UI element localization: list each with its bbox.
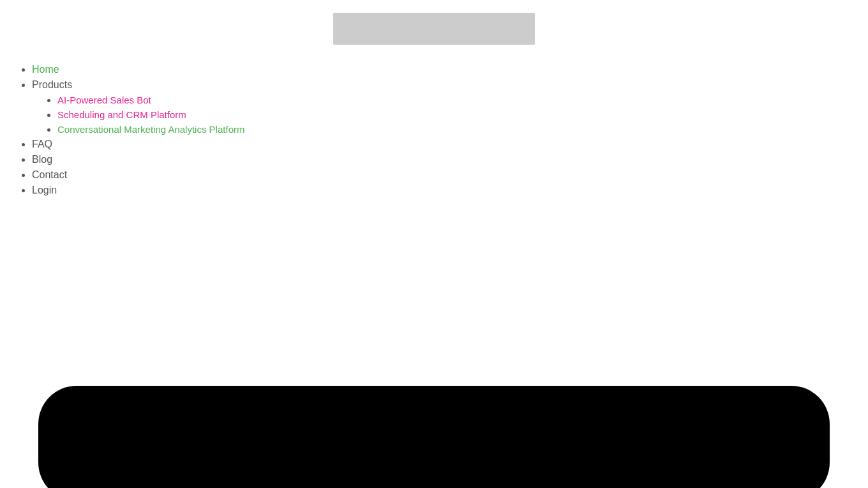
submenu-link-ai-bot[interactable]: AI-Powered Sales Bot <box>57 95 151 105</box>
nav-item-contact: Contact <box>32 169 868 181</box>
nav-link-contact[interactable]: Contact <box>32 169 67 180</box>
nav-item-home: Home <box>32 64 868 75</box>
nav-link-products[interactable]: Products <box>32 79 72 90</box>
submenu-item-conversational: Conversational Marketing Analytics Platf… <box>57 124 868 135</box>
nav-item-login: Login <box>32 185 868 196</box>
header <box>0 0 868 51</box>
logo[interactable] <box>333 13 535 45</box>
submenu-item-scheduling: Scheduling and CRM Platform <box>57 109 868 120</box>
submenu-link-scheduling[interactable]: Scheduling and CRM Platform <box>57 109 186 120</box>
submenu-item-ai-bot: AI-Powered Sales Bot <box>57 95 868 105</box>
nav-item-faq: FAQ <box>32 139 868 150</box>
nav-list: Home Products AI-Powered Sales Bot Sched… <box>19 64 868 196</box>
nav-link-faq[interactable]: FAQ <box>32 139 52 149</box>
main-navigation: Home Products AI-Powered Sales Bot Sched… <box>0 51 868 206</box>
products-submenu: AI-Powered Sales Bot Scheduling and CRM … <box>32 95 868 135</box>
submenu-link-conversational[interactable]: Conversational Marketing Analytics Platf… <box>57 124 244 135</box>
nav-link-blog[interactable]: Blog <box>32 154 52 165</box>
nav-link-home[interactable]: Home <box>32 64 59 75</box>
nav-item-blog: Blog <box>32 154 868 165</box>
nav-link-login[interactable]: Login <box>32 185 57 195</box>
nav-item-products: Products AI-Powered Sales Bot Scheduling… <box>32 79 868 135</box>
bottom-decoration <box>38 386 830 488</box>
